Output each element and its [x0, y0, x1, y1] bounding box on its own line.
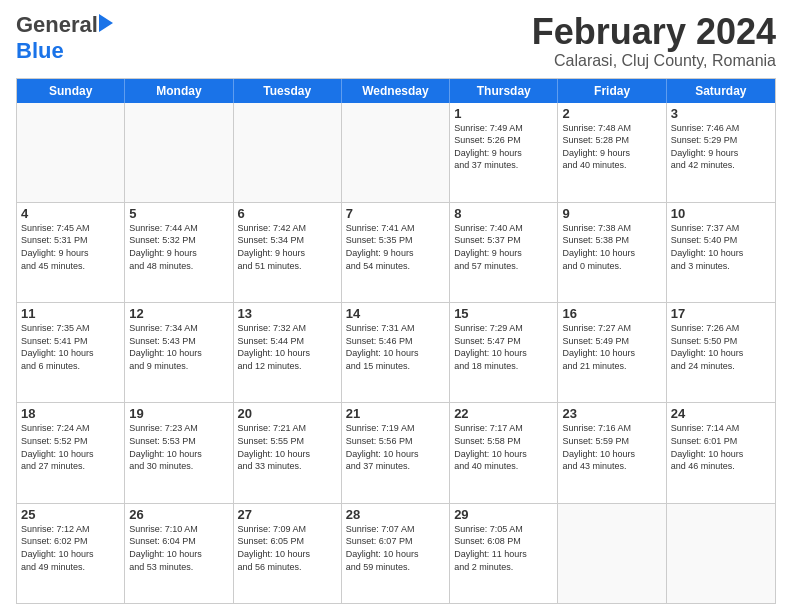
- cell-info: Sunrise: 7:49 AM Sunset: 5:26 PM Dayligh…: [454, 122, 553, 172]
- calendar-cell-4-4: 29Sunrise: 7:05 AM Sunset: 6:08 PM Dayli…: [450, 504, 558, 603]
- cell-info: Sunrise: 7:45 AM Sunset: 5:31 PM Dayligh…: [21, 222, 120, 272]
- logo-arrow-icon: [99, 14, 113, 32]
- cell-info: Sunrise: 7:48 AM Sunset: 5:28 PM Dayligh…: [562, 122, 661, 172]
- cell-info: Sunrise: 7:23 AM Sunset: 5:53 PM Dayligh…: [129, 422, 228, 472]
- logo-general: General: [16, 12, 98, 38]
- calendar-cell-1-1: 5Sunrise: 7:44 AM Sunset: 5:32 PM Daylig…: [125, 203, 233, 302]
- calendar-cell-3-2: 20Sunrise: 7:21 AM Sunset: 5:55 PM Dayli…: [234, 403, 342, 502]
- day-number: 18: [21, 406, 120, 421]
- calendar-row-2: 11Sunrise: 7:35 AM Sunset: 5:41 PM Dayli…: [17, 302, 775, 402]
- day-number: 22: [454, 406, 553, 421]
- calendar-cell-4-1: 26Sunrise: 7:10 AM Sunset: 6:04 PM Dayli…: [125, 504, 233, 603]
- calendar-cell-0-0: [17, 103, 125, 202]
- calendar-cell-1-0: 4Sunrise: 7:45 AM Sunset: 5:31 PM Daylig…: [17, 203, 125, 302]
- calendar-cell-2-5: 16Sunrise: 7:27 AM Sunset: 5:49 PM Dayli…: [558, 303, 666, 402]
- calendar-cell-3-5: 23Sunrise: 7:16 AM Sunset: 5:59 PM Dayli…: [558, 403, 666, 502]
- calendar-cell-4-5: [558, 504, 666, 603]
- day-number: 23: [562, 406, 661, 421]
- day-number: 28: [346, 507, 445, 522]
- day-number: 27: [238, 507, 337, 522]
- header: General Blue February 2024 Calarasi, Clu…: [16, 12, 776, 70]
- day-number: 25: [21, 507, 120, 522]
- logo: General Blue: [16, 12, 113, 64]
- day-number: 10: [671, 206, 771, 221]
- day-number: 1: [454, 106, 553, 121]
- calendar-row-1: 4Sunrise: 7:45 AM Sunset: 5:31 PM Daylig…: [17, 202, 775, 302]
- weekday-header-thursday: Thursday: [450, 79, 558, 103]
- calendar-cell-4-6: [667, 504, 775, 603]
- cell-info: Sunrise: 7:10 AM Sunset: 6:04 PM Dayligh…: [129, 523, 228, 573]
- weekday-header-sunday: Sunday: [17, 79, 125, 103]
- cell-info: Sunrise: 7:44 AM Sunset: 5:32 PM Dayligh…: [129, 222, 228, 272]
- page: General Blue February 2024 Calarasi, Clu…: [0, 0, 792, 612]
- day-number: 9: [562, 206, 661, 221]
- calendar-row-4: 25Sunrise: 7:12 AM Sunset: 6:02 PM Dayli…: [17, 503, 775, 603]
- cell-info: Sunrise: 7:16 AM Sunset: 5:59 PM Dayligh…: [562, 422, 661, 472]
- weekday-header-wednesday: Wednesday: [342, 79, 450, 103]
- cell-info: Sunrise: 7:19 AM Sunset: 5:56 PM Dayligh…: [346, 422, 445, 472]
- day-number: 2: [562, 106, 661, 121]
- calendar-cell-0-6: 3Sunrise: 7:46 AM Sunset: 5:29 PM Daylig…: [667, 103, 775, 202]
- day-number: 8: [454, 206, 553, 221]
- calendar-cell-3-0: 18Sunrise: 7:24 AM Sunset: 5:52 PM Dayli…: [17, 403, 125, 502]
- weekday-header-friday: Friday: [558, 79, 666, 103]
- calendar-cell-1-6: 10Sunrise: 7:37 AM Sunset: 5:40 PM Dayli…: [667, 203, 775, 302]
- calendar-cell-2-3: 14Sunrise: 7:31 AM Sunset: 5:46 PM Dayli…: [342, 303, 450, 402]
- logo-blue: Blue: [16, 38, 64, 64]
- calendar-cell-0-1: [125, 103, 233, 202]
- cell-info: Sunrise: 7:09 AM Sunset: 6:05 PM Dayligh…: [238, 523, 337, 573]
- cell-info: Sunrise: 7:27 AM Sunset: 5:49 PM Dayligh…: [562, 322, 661, 372]
- title-section: February 2024 Calarasi, Cluj County, Rom…: [532, 12, 776, 70]
- day-number: 5: [129, 206, 228, 221]
- cell-info: Sunrise: 7:41 AM Sunset: 5:35 PM Dayligh…: [346, 222, 445, 272]
- day-number: 17: [671, 306, 771, 321]
- day-number: 19: [129, 406, 228, 421]
- calendar-cell-3-3: 21Sunrise: 7:19 AM Sunset: 5:56 PM Dayli…: [342, 403, 450, 502]
- calendar-cell-0-5: 2Sunrise: 7:48 AM Sunset: 5:28 PM Daylig…: [558, 103, 666, 202]
- weekday-header-monday: Monday: [125, 79, 233, 103]
- cell-info: Sunrise: 7:46 AM Sunset: 5:29 PM Dayligh…: [671, 122, 771, 172]
- calendar-cell-4-2: 27Sunrise: 7:09 AM Sunset: 6:05 PM Dayli…: [234, 504, 342, 603]
- day-number: 6: [238, 206, 337, 221]
- cell-info: Sunrise: 7:35 AM Sunset: 5:41 PM Dayligh…: [21, 322, 120, 372]
- day-number: 7: [346, 206, 445, 221]
- calendar-cell-2-1: 12Sunrise: 7:34 AM Sunset: 5:43 PM Dayli…: [125, 303, 233, 402]
- day-number: 4: [21, 206, 120, 221]
- calendar-cell-1-4: 8Sunrise: 7:40 AM Sunset: 5:37 PM Daylig…: [450, 203, 558, 302]
- calendar-cell-3-6: 24Sunrise: 7:14 AM Sunset: 6:01 PM Dayli…: [667, 403, 775, 502]
- weekday-header-saturday: Saturday: [667, 79, 775, 103]
- calendar-cell-2-2: 13Sunrise: 7:32 AM Sunset: 5:44 PM Dayli…: [234, 303, 342, 402]
- calendar-cell-1-5: 9Sunrise: 7:38 AM Sunset: 5:38 PM Daylig…: [558, 203, 666, 302]
- cell-info: Sunrise: 7:21 AM Sunset: 5:55 PM Dayligh…: [238, 422, 337, 472]
- calendar-header: SundayMondayTuesdayWednesdayThursdayFrid…: [17, 79, 775, 103]
- cell-info: Sunrise: 7:05 AM Sunset: 6:08 PM Dayligh…: [454, 523, 553, 573]
- calendar: SundayMondayTuesdayWednesdayThursdayFrid…: [16, 78, 776, 604]
- calendar-cell-2-6: 17Sunrise: 7:26 AM Sunset: 5:50 PM Dayli…: [667, 303, 775, 402]
- day-number: 12: [129, 306, 228, 321]
- cell-info: Sunrise: 7:26 AM Sunset: 5:50 PM Dayligh…: [671, 322, 771, 372]
- day-number: 29: [454, 507, 553, 522]
- cell-info: Sunrise: 7:32 AM Sunset: 5:44 PM Dayligh…: [238, 322, 337, 372]
- cell-info: Sunrise: 7:38 AM Sunset: 5:38 PM Dayligh…: [562, 222, 661, 272]
- cell-info: Sunrise: 7:24 AM Sunset: 5:52 PM Dayligh…: [21, 422, 120, 472]
- calendar-body: 1Sunrise: 7:49 AM Sunset: 5:26 PM Daylig…: [17, 103, 775, 603]
- day-number: 16: [562, 306, 661, 321]
- day-number: 3: [671, 106, 771, 121]
- day-number: 11: [21, 306, 120, 321]
- calendar-cell-4-3: 28Sunrise: 7:07 AM Sunset: 6:07 PM Dayli…: [342, 504, 450, 603]
- cell-info: Sunrise: 7:29 AM Sunset: 5:47 PM Dayligh…: [454, 322, 553, 372]
- calendar-cell-0-3: [342, 103, 450, 202]
- day-number: 15: [454, 306, 553, 321]
- calendar-cell-3-4: 22Sunrise: 7:17 AM Sunset: 5:58 PM Dayli…: [450, 403, 558, 502]
- calendar-cell-0-2: [234, 103, 342, 202]
- day-number: 21: [346, 406, 445, 421]
- cell-info: Sunrise: 7:17 AM Sunset: 5:58 PM Dayligh…: [454, 422, 553, 472]
- cell-info: Sunrise: 7:34 AM Sunset: 5:43 PM Dayligh…: [129, 322, 228, 372]
- day-number: 26: [129, 507, 228, 522]
- day-number: 20: [238, 406, 337, 421]
- cell-info: Sunrise: 7:07 AM Sunset: 6:07 PM Dayligh…: [346, 523, 445, 573]
- calendar-row-3: 18Sunrise: 7:24 AM Sunset: 5:52 PM Dayli…: [17, 402, 775, 502]
- day-number: 14: [346, 306, 445, 321]
- calendar-cell-2-0: 11Sunrise: 7:35 AM Sunset: 5:41 PM Dayli…: [17, 303, 125, 402]
- weekday-header-tuesday: Tuesday: [234, 79, 342, 103]
